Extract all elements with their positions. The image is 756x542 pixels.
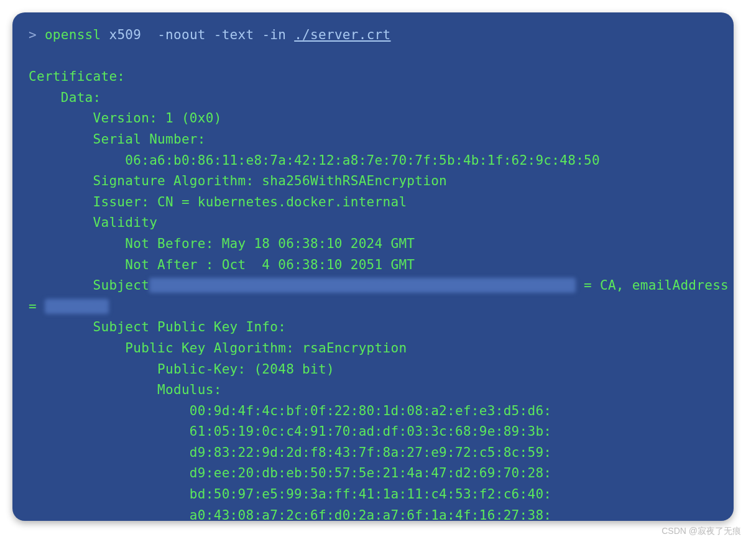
file-path: ./server.crt [294,27,390,42]
prompt-symbol: > [29,27,37,42]
subject-suffix: = CA, emailAddress [576,278,734,293]
version-line: Version: 1 (0x0) [29,111,222,126]
modulus-line: bd:50:97:e5:99:3a:ff:41:1a:11:c4:53:f2:c… [29,487,551,502]
modulus-line: a0:43:08:a7:2c:6f:d0:2a:a7:6f:1a:4f:16:2… [29,508,551,521]
modulus-line: 00:9d:4f:4c:bf:0f:22:80:1d:08:a2:ef:e3:d… [29,403,551,418]
modulus-line: d9:83:22:9d:2d:f8:43:7f:8a:27:e9:72:c5:8… [29,445,551,460]
subcommand: x509 [109,27,141,42]
redacted-email: xxxxxxxx [45,299,109,314]
command: openssl [45,27,101,42]
terminal-content: > openssl x509 -noout -text -in ./server… [29,25,717,521]
cert-label: Certificate: [29,69,125,84]
not-before: Not Before: May 18 06:38:10 2024 GMT [29,236,415,251]
validity-label: Validity [29,215,157,230]
modulus-label: Modulus: [29,382,222,397]
pk-bits: Public-Key: (2048 bit) [29,362,334,377]
terminal-window: > openssl x509 -noout -text -in ./server… [12,12,734,521]
command-args: -noout -text -in [141,27,294,42]
not-after: Not After : Oct 4 06:38:10 2051 GMT [29,257,415,272]
subject-line2-prefix: = [29,299,45,314]
modulus-line: 61:05:19:0c:c4:91:70:ad:df:03:3c:68:9e:8… [29,424,551,439]
modulus-line: d9:ee:20:db:eb:50:57:5e:21:4a:47:d2:69:7… [29,466,551,480]
spki-label: Subject Public Key Info: [29,319,286,334]
data-label: Data: [29,90,101,105]
serial-label: Serial Number: [29,132,206,147]
subject-prefix: Subject [29,278,149,293]
watermark: CSDN @寂夜了无痕 [662,526,741,537]
issuer-line: Issuer: CN = kubernetes.docker.internal [29,195,407,209]
redacted-subject: xxxxxxxxxxxxxxxxxxxxxxxxxxxxxxxxxxxxxxxx… [149,278,576,293]
serial-value: 06:a6:b0:86:11:e8:7a:42:12:a8:7e:70:7f:5… [29,153,600,168]
signature-algorithm: Signature Algorithm: sha256WithRSAEncryp… [29,173,447,188]
pk-algorithm: Public Key Algorithm: rsaEncryption [29,341,407,356]
